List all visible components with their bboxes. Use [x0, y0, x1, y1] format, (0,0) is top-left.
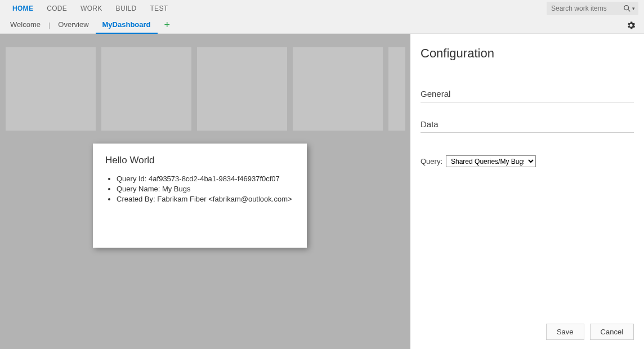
- save-button[interactable]: Save: [546, 324, 584, 340]
- tab-mydashboard[interactable]: MyDashboard: [96, 17, 158, 34]
- nav-work[interactable]: WORK: [74, 5, 109, 12]
- popup-line-query-id: Query Id: 4af93573-8cd2-4ba1-9834-f46937…: [117, 174, 294, 184]
- popup-line-query-name: Query Name: My Bugs: [117, 184, 294, 194]
- popup-list: Query Id: 4af93573-8cd2-4ba1-9834-f46937…: [105, 174, 294, 205]
- section-general[interactable]: General: [421, 89, 634, 102]
- tab-overview[interactable]: Overview: [51, 17, 95, 34]
- tile-row: [0, 34, 410, 131]
- config-title: Configuration: [421, 46, 634, 61]
- top-nav-bar: HOME CODE WORK BUILD TEST ▾: [0, 0, 644, 17]
- nav-build[interactable]: BUILD: [109, 5, 144, 12]
- config-panel: Configuration General Data Query: Shared…: [410, 34, 644, 349]
- tab-bar: Welcome | Overview MyDashboard +: [0, 17, 644, 34]
- section-data[interactable]: Data: [421, 119, 634, 133]
- nav-test[interactable]: TEST: [143, 5, 175, 12]
- svg-line-1: [628, 10, 630, 12]
- popup-title: Hello World: [105, 155, 294, 166]
- tile-placeholder[interactable]: [6, 47, 96, 131]
- search-icon[interactable]: ▾: [620, 5, 638, 12]
- tile-placeholder[interactable]: [388, 47, 405, 131]
- panel-buttons: Save Cancel: [546, 324, 634, 340]
- query-row: Query: Shared Queries/My Bugs: [421, 155, 634, 167]
- gear-icon[interactable]: [624, 20, 638, 30]
- tile-placeholder[interactable]: [293, 47, 383, 131]
- nav-home[interactable]: HOME: [6, 5, 40, 12]
- tab-welcome[interactable]: Welcome: [3, 17, 47, 34]
- dashboard-canvas: Hello World Query Id: 4af93573-8cd2-4ba1…: [0, 34, 410, 349]
- widget-popup: Hello World Query Id: 4af93573-8cd2-4ba1…: [93, 144, 307, 248]
- tile-placeholder[interactable]: [197, 47, 287, 131]
- content-area: Hello World Query Id: 4af93573-8cd2-4ba1…: [0, 34, 644, 349]
- query-label: Query:: [421, 157, 442, 165]
- search-box: ▾: [547, 2, 638, 15]
- tile-placeholder[interactable]: [101, 47, 191, 131]
- cancel-button[interactable]: Cancel: [590, 324, 634, 340]
- popup-line-created-by: Created By: Fabrikam Fiber <fabrikam@out…: [117, 194, 294, 204]
- query-select[interactable]: Shared Queries/My Bugs: [446, 155, 536, 167]
- tab-separator: |: [47, 21, 51, 29]
- svg-point-0: [624, 6, 629, 10]
- search-input[interactable]: [547, 5, 620, 12]
- nav-code[interactable]: CODE: [40, 5, 74, 12]
- add-tab-button[interactable]: +: [158, 19, 177, 31]
